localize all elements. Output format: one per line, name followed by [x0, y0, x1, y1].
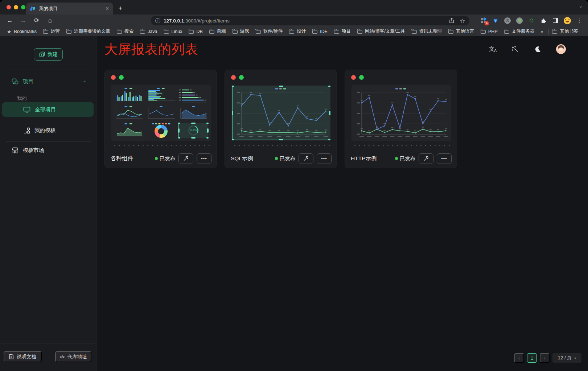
browser-tab[interactable]: 我的项目 ×: [26, 3, 113, 15]
gem-extension-icon[interactable]: [492, 17, 499, 24]
tab-strip: 我的项目 × + ⌄: [0, 0, 588, 15]
sidebar-section-project[interactable]: 项目: [12, 78, 33, 85]
bookmarks-star-icon: ★: [7, 29, 12, 34]
chevron-up-icon[interactable]: ⌃: [83, 80, 86, 85]
window-close-button[interactable]: [7, 5, 11, 9]
window-zoom-button[interactable]: [21, 5, 25, 9]
project-card[interactable]: SQL示例 已发布 •••: [225, 70, 337, 168]
header-icons: 文A: [489, 44, 566, 54]
card-thumbnail: [231, 85, 331, 141]
more-button[interactable]: •••: [197, 153, 211, 164]
ellipsis-icon: •••: [441, 156, 447, 161]
magic-wand-icon[interactable]: [511, 45, 520, 54]
bookmark-folder[interactable]: 文件服务器: [504, 28, 535, 34]
more-button[interactable]: •••: [437, 153, 452, 164]
bookmark-folder[interactable]: 项目: [334, 28, 351, 34]
sidebar-item-all-projects[interactable]: 全部项目: [2, 102, 94, 117]
translate-icon[interactable]: 文A: [489, 45, 497, 54]
ellipsis-icon: •••: [201, 156, 207, 161]
bookmark-folder[interactable]: 搜索: [117, 28, 133, 34]
address-bar[interactable]: i 127.0.0.1:3000/#/project/items ☆: [151, 16, 469, 25]
back-button[interactable]: ←: [6, 17, 13, 24]
browser-menu-icon[interactable]: ⋮: [576, 17, 583, 24]
side-panel-icon[interactable]: [552, 17, 559, 24]
project-card[interactable]: HTTP示例 已发布 •••: [345, 70, 457, 168]
other-bookmarks-folder[interactable]: 其他书签: [552, 28, 578, 34]
flowchart-icon: [23, 127, 30, 134]
bookmark-folder[interactable]: IDE: [312, 29, 328, 34]
bookmark-folder[interactable]: 网站/博客/文章/工具: [357, 28, 405, 34]
new-project-button[interactable]: 新建: [34, 48, 63, 61]
new-project-icon: [39, 51, 45, 57]
sidebar: 新建 项目 ⌃ 我的 全部项目: [0, 36, 96, 371]
tab-close-icon[interactable]: ×: [105, 6, 110, 12]
folder-icon: [504, 30, 509, 34]
widgets-preview: 25.00%: [114, 87, 209, 139]
folder-icon: [481, 30, 486, 34]
command-extension-icon[interactable]: ⌘: [504, 17, 511, 24]
current-page-button[interactable]: 1: [527, 353, 537, 363]
bookmarks-overflow-chevron[interactable]: »: [540, 29, 543, 34]
green-star-extension-icon[interactable]: ✩: [528, 17, 535, 24]
puzzle-extension-icon[interactable]: [540, 17, 547, 24]
user-avatar[interactable]: [556, 44, 566, 54]
repo-button[interactable]: </> 仓库地址: [55, 351, 91, 362]
site-info-icon[interactable]: i: [155, 18, 160, 23]
bookmarks-bar: ★ Bookmarks 运营近期需要读的文章搜索JavaLinuxDB前端游戏软…: [0, 26, 588, 36]
docs-button[interactable]: 说明文档: [4, 351, 42, 362]
goview-app: 新建 项目 ⌃ 我的 全部项目: [0, 36, 588, 371]
bookmark-folder[interactable]: 资讯未整理: [412, 28, 442, 34]
card-red-dot: [111, 75, 116, 80]
selection-box: [232, 86, 330, 140]
edit-button[interactable]: [299, 153, 313, 164]
monitor-icon: [23, 107, 30, 113]
bookmark-folder[interactable]: 运营: [43, 28, 60, 34]
bookmarks-separator: [548, 29, 548, 34]
sidebar-item-template-market[interactable]: 模板市场: [12, 147, 44, 154]
new-tab-button[interactable]: +: [118, 4, 123, 13]
edit-button[interactable]: [178, 153, 193, 164]
forward-button[interactable]: →: [20, 17, 27, 24]
status-badge: 已发布: [275, 155, 296, 162]
sidebar-divider: [6, 141, 91, 142]
bookmark-folder[interactable]: DB: [189, 29, 202, 34]
share-icon[interactable]: [449, 18, 454, 24]
bookmark-folder[interactable]: 设计: [289, 28, 306, 34]
bookmark-folder[interactable]: Java: [140, 29, 157, 34]
ellipsis-icon: •••: [321, 156, 327, 161]
bookmark-folder[interactable]: 软件/硬件: [256, 28, 283, 34]
folder-icon: [117, 30, 122, 34]
folder-icon: [140, 30, 145, 34]
mini-chart-gauge: 25.00%: [178, 123, 209, 139]
page-size-select[interactable]: 12 / 页 ▾: [552, 353, 581, 363]
bookmark-folder[interactable]: 其他语言: [448, 28, 474, 34]
card-green-dot: [359, 75, 364, 80]
window-minimize-button[interactable]: [14, 5, 18, 9]
bookmark-folder[interactable]: 近期需要读的文章: [66, 28, 110, 34]
donut-legend: [152, 123, 170, 124]
home-button[interactable]: ⌂: [46, 17, 54, 24]
edit-button[interactable]: [419, 153, 433, 164]
storefront-icon: [12, 147, 18, 153]
more-button[interactable]: •••: [317, 153, 332, 164]
chevron-down-icon: ▾: [574, 356, 576, 360]
folder-icon: [189, 30, 194, 34]
profile-avatar-icon[interactable]: [564, 17, 571, 24]
bookmark-folder[interactable]: 游戏: [233, 28, 249, 34]
prev-page-button[interactable]: ‹: [514, 353, 524, 363]
bookmark-folder[interactable]: PHP: [481, 29, 498, 34]
tab-search-chevron-icon[interactable]: ⌄: [579, 3, 583, 9]
bookmark-item[interactable]: ★ Bookmarks: [7, 29, 37, 34]
reload-button[interactable]: ⟳: [33, 17, 40, 24]
bookmark-star-icon[interactable]: ☆: [460, 17, 465, 24]
sidebar-item-my-templates[interactable]: 我的模板: [23, 127, 55, 134]
bookmark-folder[interactable]: 前端: [209, 28, 226, 34]
mini-chart-line1: [146, 105, 176, 121]
moon-icon[interactable]: [534, 45, 542, 54]
extension-squares-icon[interactable]: 9: [480, 17, 487, 24]
tab-title: 我的项目: [39, 5, 105, 12]
next-page-button[interactable]: ›: [540, 353, 550, 363]
record-extension-icon[interactable]: [516, 17, 523, 24]
project-card[interactable]: 25.00% 各种组件 已发布 •••: [104, 70, 217, 168]
bookmark-folder[interactable]: Linux: [164, 29, 182, 34]
